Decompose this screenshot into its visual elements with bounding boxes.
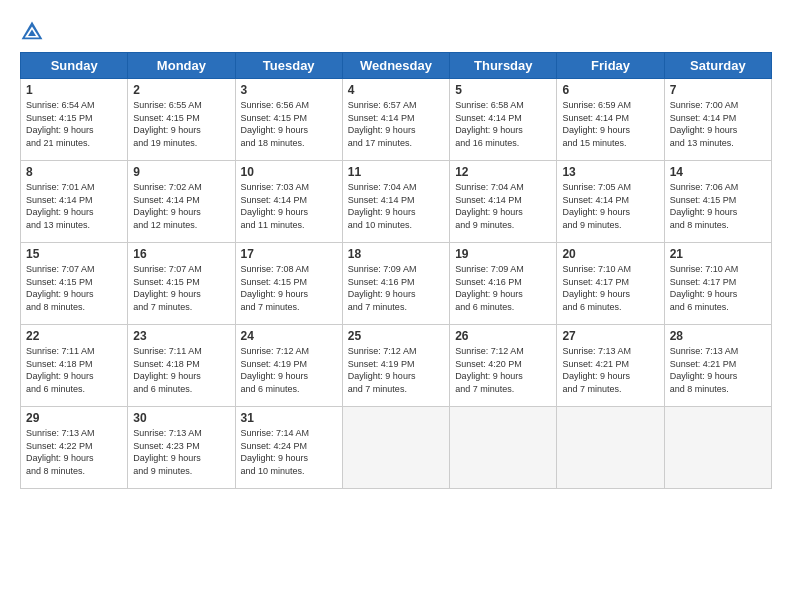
calendar-cell: 13 Sunrise: 7:05 AMSunset: 4:14 PMDaylig…	[557, 161, 664, 243]
day-number: 31	[241, 411, 337, 425]
day-number: 23	[133, 329, 229, 343]
day-number: 27	[562, 329, 658, 343]
cell-info: Sunrise: 6:55 AMSunset: 4:15 PMDaylight:…	[133, 100, 202, 148]
day-number: 16	[133, 247, 229, 261]
cell-info: Sunrise: 7:12 AMSunset: 4:20 PMDaylight:…	[455, 346, 524, 394]
day-number: 12	[455, 165, 551, 179]
calendar-cell: 8 Sunrise: 7:01 AMSunset: 4:14 PMDayligh…	[21, 161, 128, 243]
cell-info: Sunrise: 7:04 AMSunset: 4:14 PMDaylight:…	[455, 182, 524, 230]
day-number: 9	[133, 165, 229, 179]
calendar-week-row: 1 Sunrise: 6:54 AMSunset: 4:15 PMDayligh…	[21, 79, 772, 161]
calendar-body: 1 Sunrise: 6:54 AMSunset: 4:15 PMDayligh…	[21, 79, 772, 489]
day-number: 25	[348, 329, 444, 343]
day-number: 18	[348, 247, 444, 261]
cell-info: Sunrise: 7:10 AMSunset: 4:17 PMDaylight:…	[562, 264, 631, 312]
cell-info: Sunrise: 7:13 AMSunset: 4:23 PMDaylight:…	[133, 428, 202, 476]
day-number: 29	[26, 411, 122, 425]
cell-info: Sunrise: 7:09 AMSunset: 4:16 PMDaylight:…	[348, 264, 417, 312]
cell-info: Sunrise: 6:59 AMSunset: 4:14 PMDaylight:…	[562, 100, 631, 148]
day-number: 19	[455, 247, 551, 261]
day-number: 28	[670, 329, 766, 343]
calendar-cell: 3 Sunrise: 6:56 AMSunset: 4:15 PMDayligh…	[235, 79, 342, 161]
calendar-cell: 17 Sunrise: 7:08 AMSunset: 4:15 PMDaylig…	[235, 243, 342, 325]
cell-info: Sunrise: 7:02 AMSunset: 4:14 PMDaylight:…	[133, 182, 202, 230]
day-number: 10	[241, 165, 337, 179]
header	[20, 16, 772, 44]
calendar-cell: 15 Sunrise: 7:07 AMSunset: 4:15 PMDaylig…	[21, 243, 128, 325]
cell-info: Sunrise: 6:56 AMSunset: 4:15 PMDaylight:…	[241, 100, 310, 148]
calendar-cell: 25 Sunrise: 7:12 AMSunset: 4:19 PMDaylig…	[342, 325, 449, 407]
cell-info: Sunrise: 7:03 AMSunset: 4:14 PMDaylight:…	[241, 182, 310, 230]
day-number: 22	[26, 329, 122, 343]
cell-info: Sunrise: 7:13 AMSunset: 4:21 PMDaylight:…	[562, 346, 631, 394]
calendar-table: SundayMondayTuesdayWednesdayThursdayFrid…	[20, 52, 772, 489]
day-number: 8	[26, 165, 122, 179]
calendar-cell: 24 Sunrise: 7:12 AMSunset: 4:19 PMDaylig…	[235, 325, 342, 407]
day-number: 15	[26, 247, 122, 261]
weekday-header: Sunday	[21, 53, 128, 79]
calendar-cell: 30 Sunrise: 7:13 AMSunset: 4:23 PMDaylig…	[128, 407, 235, 489]
day-number: 5	[455, 83, 551, 97]
calendar-cell: 31 Sunrise: 7:14 AMSunset: 4:24 PMDaylig…	[235, 407, 342, 489]
cell-info: Sunrise: 7:10 AMSunset: 4:17 PMDaylight:…	[670, 264, 739, 312]
calendar-cell	[342, 407, 449, 489]
cell-info: Sunrise: 7:13 AMSunset: 4:21 PMDaylight:…	[670, 346, 739, 394]
cell-info: Sunrise: 6:57 AMSunset: 4:14 PMDaylight:…	[348, 100, 417, 148]
weekday-header: Monday	[128, 53, 235, 79]
cell-info: Sunrise: 7:07 AMSunset: 4:15 PMDaylight:…	[26, 264, 95, 312]
calendar-cell: 7 Sunrise: 7:00 AMSunset: 4:14 PMDayligh…	[664, 79, 771, 161]
calendar-week-row: 22 Sunrise: 7:11 AMSunset: 4:18 PMDaylig…	[21, 325, 772, 407]
day-number: 7	[670, 83, 766, 97]
calendar-week-row: 29 Sunrise: 7:13 AMSunset: 4:22 PMDaylig…	[21, 407, 772, 489]
weekday-header: Friday	[557, 53, 664, 79]
page: SundayMondayTuesdayWednesdayThursdayFrid…	[0, 0, 792, 612]
logo	[20, 20, 48, 44]
calendar-cell	[557, 407, 664, 489]
day-number: 24	[241, 329, 337, 343]
calendar-cell: 4 Sunrise: 6:57 AMSunset: 4:14 PMDayligh…	[342, 79, 449, 161]
day-number: 14	[670, 165, 766, 179]
cell-info: Sunrise: 7:14 AMSunset: 4:24 PMDaylight:…	[241, 428, 310, 476]
calendar-cell: 6 Sunrise: 6:59 AMSunset: 4:14 PMDayligh…	[557, 79, 664, 161]
cell-info: Sunrise: 7:08 AMSunset: 4:15 PMDaylight:…	[241, 264, 310, 312]
cell-info: Sunrise: 7:11 AMSunset: 4:18 PMDaylight:…	[133, 346, 202, 394]
day-number: 21	[670, 247, 766, 261]
calendar-cell: 21 Sunrise: 7:10 AMSunset: 4:17 PMDaylig…	[664, 243, 771, 325]
weekday-header: Wednesday	[342, 53, 449, 79]
weekday-header-row: SundayMondayTuesdayWednesdayThursdayFrid…	[21, 53, 772, 79]
day-number: 26	[455, 329, 551, 343]
day-number: 11	[348, 165, 444, 179]
cell-info: Sunrise: 6:58 AMSunset: 4:14 PMDaylight:…	[455, 100, 524, 148]
calendar-cell: 26 Sunrise: 7:12 AMSunset: 4:20 PMDaylig…	[450, 325, 557, 407]
day-number: 17	[241, 247, 337, 261]
calendar-cell: 27 Sunrise: 7:13 AMSunset: 4:21 PMDaylig…	[557, 325, 664, 407]
calendar-cell: 12 Sunrise: 7:04 AMSunset: 4:14 PMDaylig…	[450, 161, 557, 243]
day-number: 3	[241, 83, 337, 97]
cell-info: Sunrise: 7:05 AMSunset: 4:14 PMDaylight:…	[562, 182, 631, 230]
day-number: 2	[133, 83, 229, 97]
calendar-cell: 28 Sunrise: 7:13 AMSunset: 4:21 PMDaylig…	[664, 325, 771, 407]
day-number: 20	[562, 247, 658, 261]
cell-info: Sunrise: 7:13 AMSunset: 4:22 PMDaylight:…	[26, 428, 95, 476]
day-number: 13	[562, 165, 658, 179]
calendar-week-row: 15 Sunrise: 7:07 AMSunset: 4:15 PMDaylig…	[21, 243, 772, 325]
calendar-cell: 18 Sunrise: 7:09 AMSunset: 4:16 PMDaylig…	[342, 243, 449, 325]
cell-info: Sunrise: 7:12 AMSunset: 4:19 PMDaylight:…	[348, 346, 417, 394]
calendar-cell: 29 Sunrise: 7:13 AMSunset: 4:22 PMDaylig…	[21, 407, 128, 489]
calendar-cell	[450, 407, 557, 489]
calendar-cell: 20 Sunrise: 7:10 AMSunset: 4:17 PMDaylig…	[557, 243, 664, 325]
calendar-cell: 9 Sunrise: 7:02 AMSunset: 4:14 PMDayligh…	[128, 161, 235, 243]
calendar-cell: 16 Sunrise: 7:07 AMSunset: 4:15 PMDaylig…	[128, 243, 235, 325]
cell-info: Sunrise: 7:07 AMSunset: 4:15 PMDaylight:…	[133, 264, 202, 312]
cell-info: Sunrise: 6:54 AMSunset: 4:15 PMDaylight:…	[26, 100, 95, 148]
calendar-cell: 19 Sunrise: 7:09 AMSunset: 4:16 PMDaylig…	[450, 243, 557, 325]
cell-info: Sunrise: 7:06 AMSunset: 4:15 PMDaylight:…	[670, 182, 739, 230]
weekday-header: Tuesday	[235, 53, 342, 79]
calendar-cell: 1 Sunrise: 6:54 AMSunset: 4:15 PMDayligh…	[21, 79, 128, 161]
logo-icon	[20, 20, 44, 44]
cell-info: Sunrise: 7:01 AMSunset: 4:14 PMDaylight:…	[26, 182, 95, 230]
day-number: 30	[133, 411, 229, 425]
cell-info: Sunrise: 7:04 AMSunset: 4:14 PMDaylight:…	[348, 182, 417, 230]
calendar-cell: 5 Sunrise: 6:58 AMSunset: 4:14 PMDayligh…	[450, 79, 557, 161]
calendar-cell: 22 Sunrise: 7:11 AMSunset: 4:18 PMDaylig…	[21, 325, 128, 407]
